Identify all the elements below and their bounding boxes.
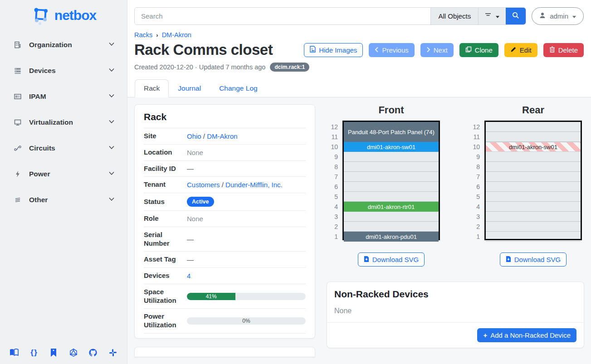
- rack-slot[interactable]: [486, 192, 581, 202]
- trash-icon: [549, 46, 555, 54]
- rack-slot[interactable]: [486, 212, 581, 222]
- building-icon: [14, 41, 22, 49]
- rack-slot[interactable]: [486, 162, 581, 172]
- rack-device[interactable]: dmi01-akron-sw01: [486, 142, 581, 152]
- page-actions: Hide Images Previous Next Clone: [304, 43, 584, 57]
- tab-journal[interactable]: Journal: [169, 79, 210, 97]
- caret-down-icon: [495, 12, 500, 20]
- rack-device[interactable]: dmi01-akron-sw01: [344, 142, 439, 152]
- bookmark-icon[interactable]: [49, 348, 59, 358]
- rack-slot[interactable]: [344, 222, 439, 232]
- rack-slot[interactable]: [486, 202, 581, 212]
- server-icon: [14, 67, 22, 75]
- table-row: Facility ID —: [144, 160, 306, 177]
- rack-slot[interactable]: [344, 152, 439, 162]
- rack-slot[interactable]: [486, 132, 581, 142]
- rack-device[interactable]: Panduit 48-Port Patch Panel (74): [344, 122, 439, 142]
- rack-slot[interactable]: [486, 152, 581, 162]
- sidebar-item-other[interactable]: Other: [0, 193, 127, 207]
- table-row: Devices 4: [144, 268, 306, 284]
- panel-title: Rack: [144, 112, 306, 122]
- search-filter-button[interactable]: [478, 8, 506, 24]
- power-utilization-bar: 0%: [187, 317, 306, 325]
- rack-slot[interactable]: [344, 172, 439, 182]
- page-header: Racks › DM-Akron Rack Comms closet Hide …: [127, 29, 591, 72]
- graphql-icon[interactable]: [68, 348, 78, 358]
- front-download-svg-button[interactable]: Download SVG: [358, 252, 425, 267]
- unit-number: 10: [329, 142, 338, 152]
- sidebar-item-virtualization[interactable]: Virtualization: [0, 116, 127, 129]
- ip-address-icon: [14, 92, 22, 101]
- rack-slot[interactable]: [486, 232, 581, 242]
- front-elevation: Front 121110987654321 Panduit 48-Port Pa…: [329, 104, 440, 267]
- unit-number: 6: [471, 182, 480, 192]
- table-row: Location None: [144, 144, 306, 160]
- rack-slot[interactable]: [486, 222, 581, 232]
- status-badge: Active: [187, 197, 214, 207]
- rack-details-panel: Rack Site Ohio / DM-Akron Location None …: [134, 104, 315, 339]
- rack-slot[interactable]: [486, 172, 581, 182]
- tab-change-log[interactable]: Change Log: [210, 79, 266, 97]
- rack-slot[interactable]: [344, 212, 439, 222]
- site-link[interactable]: DM-Akron: [207, 132, 238, 140]
- netbox-wordmark: netbox: [54, 8, 96, 23]
- attr-label: Serial Number: [144, 227, 187, 252]
- asset-tag-value: —: [187, 256, 194, 263]
- unit-number: 9: [471, 152, 480, 162]
- circuit-icon: [14, 144, 22, 152]
- tab-content: Rack Site Ohio / DM-Akron Location None …: [127, 97, 591, 364]
- rack-device[interactable]: dmi01-akron-rtr01: [344, 202, 439, 212]
- rack-slot[interactable]: [344, 192, 439, 202]
- download-svg-label: Download SVG: [372, 256, 419, 263]
- chevron-down-icon: [108, 66, 115, 75]
- search-input[interactable]: [135, 8, 430, 24]
- sidebar-item-devices[interactable]: Devices: [0, 64, 127, 78]
- non-racked-devices-panel: Non-Racked Devices None + Add a Non-Rack…: [327, 281, 584, 348]
- site-group-link[interactable]: Ohio: [187, 132, 201, 140]
- previous-button[interactable]: Previous: [369, 43, 414, 57]
- rack-slot[interactable]: [344, 162, 439, 172]
- breadcrumb-racks-link[interactable]: Racks: [134, 31, 152, 39]
- main-area: All Objects admin Racks › DM-Akro: [127, 0, 591, 364]
- table-row: Tenant Customers / Dunder-Mifflin, Inc.: [144, 177, 306, 193]
- device-count-link[interactable]: 4: [187, 272, 190, 280]
- next-button[interactable]: Next: [420, 43, 454, 57]
- search-scope-button[interactable]: All Objects: [430, 8, 478, 24]
- power-utilization-label: 0%: [187, 317, 306, 325]
- sidebar-item-power[interactable]: Power: [0, 167, 127, 181]
- netbox-logo[interactable]: netbox: [0, 0, 127, 28]
- tenant-link[interactable]: Dunder-Mifflin, Inc.: [225, 181, 283, 189]
- sidebar-item-circuits[interactable]: Circuits: [0, 141, 127, 155]
- sidebar-item-label: IPAM: [29, 92, 46, 101]
- tenant-group-link[interactable]: Customers: [187, 181, 220, 189]
- sidebar-item-organization[interactable]: Organization: [0, 38, 127, 52]
- sidebar-item-ipam[interactable]: IPAM: [0, 90, 127, 103]
- hide-images-button[interactable]: Hide Images: [304, 43, 363, 57]
- rear-elevation: Rear 121110987654321 dmi01-akron-sw01 Do…: [471, 104, 582, 267]
- rear-download-svg-button[interactable]: Download SVG: [500, 252, 567, 267]
- rack-slot[interactable]: [344, 182, 439, 192]
- attr-label: Tenant: [144, 177, 187, 193]
- rack-slot[interactable]: [486, 122, 581, 132]
- unit-number: 8: [329, 162, 338, 172]
- rack-device[interactable]: dmi01-akron-pdu01: [344, 232, 439, 242]
- search-submit-button[interactable]: [506, 8, 526, 24]
- rack-slot[interactable]: [486, 182, 581, 192]
- unit-number: 5: [329, 192, 338, 202]
- add-non-racked-device-button[interactable]: + Add a Non-Racked Device: [477, 328, 576, 342]
- unit-number: 3: [329, 212, 338, 222]
- code-braces-icon[interactable]: { }: [29, 348, 39, 358]
- github-icon[interactable]: [88, 348, 98, 358]
- next-label: Next: [434, 46, 448, 54]
- breadcrumb-site-link[interactable]: DM-Akron: [162, 31, 191, 39]
- separator: /: [203, 132, 205, 140]
- edit-button[interactable]: Edit: [504, 43, 537, 57]
- separator: /: [222, 181, 224, 189]
- user-menu-button[interactable]: admin: [532, 7, 584, 25]
- clone-button[interactable]: Clone: [459, 43, 498, 57]
- delete-button[interactable]: Delete: [543, 43, 584, 57]
- slack-icon[interactable]: [108, 348, 118, 358]
- docs-book-icon[interactable]: [9, 348, 19, 358]
- unit-number: 1: [329, 232, 338, 242]
- tab-rack[interactable]: Rack: [135, 79, 169, 97]
